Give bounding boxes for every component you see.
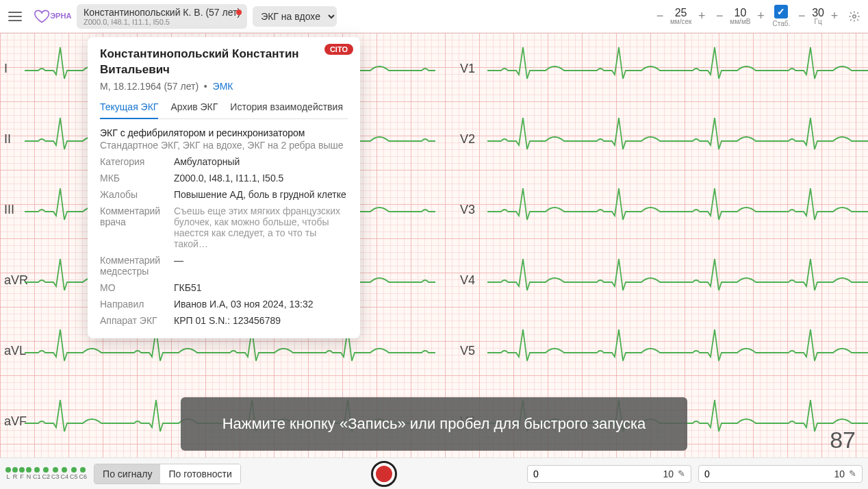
lead-label: I — [4, 61, 8, 75]
lead-label: II — [4, 131, 11, 146]
field-value: Иванов И.А, 03 ноя 2024, 13:32 — [174, 299, 313, 310]
range1-min-field[interactable] — [533, 468, 659, 479]
auto-mode-segment[interactable]: По сигналуПо готовности — [94, 464, 241, 484]
emk-link[interactable]: ЭМК — [213, 81, 233, 92]
electrode-status: LRFNC1C2C3C4C5C6 — [5, 467, 87, 480]
panel-tab[interactable]: Архив ЭКГ — [170, 101, 218, 118]
electrode-indicator: C6 — [79, 467, 88, 480]
gain-minus-icon[interactable]: − — [713, 10, 726, 23]
stabilize-toggle[interactable]: ✓ Стаб. — [772, 5, 790, 27]
range-input-1[interactable]: 10 ✎ — [527, 465, 691, 483]
field-label: Аппарат ЭКГ — [100, 315, 174, 326]
electrode-indicator: R — [12, 467, 18, 480]
electrode-indicator: N — [26, 467, 31, 480]
svg-point-1 — [853, 14, 856, 18]
electrode-indicator: C5 — [70, 467, 78, 480]
lead-label: V3 — [460, 202, 475, 216]
field-value: ГКБ51 — [174, 282, 202, 293]
electrode-indicator: C3 — [51, 467, 60, 480]
segment-option[interactable]: По сигналу — [94, 464, 160, 484]
electrode-indicator: L — [5, 467, 11, 480]
patient-icd-codes: Z000.0, I48.1, I11.1, I50.5 — [84, 18, 240, 26]
freq-plus-icon[interactable]: + — [828, 10, 841, 23]
gain-plus-icon[interactable]: + — [754, 10, 767, 23]
ecg-study-title: ЭКГ с дефибрилятором и ресинхронизатором — [100, 127, 348, 138]
ecg-mode-select[interactable]: ЭКГ на вдохе — [253, 6, 337, 27]
svg-text:ЭРНА: ЭРНА — [50, 12, 71, 20]
status-dot-icon — [236, 10, 242, 15]
freq-minus-icon[interactable]: − — [795, 10, 808, 23]
edit-icon[interactable]: ✎ — [678, 468, 685, 479]
electrode-indicator: C4 — [61, 467, 69, 480]
field-label: МО — [100, 282, 174, 293]
cito-badge: CITO — [324, 44, 353, 55]
check-icon: ✓ — [774, 5, 788, 18]
field-value: — — [174, 255, 183, 277]
speed-stepper[interactable]: − 25мм/сек + — [654, 8, 708, 25]
lead-label: aVF — [4, 414, 27, 428]
lead-label: V4 — [460, 273, 475, 287]
lead-row-V3: V3 — [434, 174, 868, 244]
lead-label: V1 — [460, 61, 475, 75]
field-label: Категория — [100, 156, 174, 167]
patient-short-name: Константинопольский К. В. (57 лет) — [84, 7, 240, 18]
speed-minus-icon[interactable]: − — [654, 10, 666, 23]
panel-tab[interactable]: Текущая ЭКГ — [100, 101, 158, 119]
panel-tab[interactable]: История взаимодействия — [230, 101, 343, 118]
lead-label: III — [4, 202, 14, 216]
patient-full-name: Константинопольский Константин Витальеви… — [100, 47, 348, 78]
field-value: КРП 01 S.N.: 123456789 — [174, 315, 281, 326]
settings-icon[interactable] — [846, 8, 863, 25]
lead-label: V5 — [460, 343, 475, 358]
record-button[interactable] — [371, 461, 397, 487]
field-label: Жалобы — [100, 189, 174, 200]
lead-row-V5: V5 — [434, 315, 868, 386]
electrode-indicator: C1 — [33, 467, 41, 480]
freq-stepper[interactable]: − 30Гц + — [795, 8, 841, 25]
range1-max-label: 10 — [663, 468, 674, 479]
field-label: Направил — [100, 299, 174, 310]
field-value: Повышение АД, боль в грудной клетке — [174, 189, 346, 200]
electrode-indicator: C2 — [42, 467, 51, 480]
patient-demographics: М, 18.12.1964 (57 лет) • ЭМК — [100, 81, 348, 92]
field-value: Съешь еще этих мягких французских булоче… — [174, 205, 348, 249]
field-label: Комментарий медсестры — [100, 255, 174, 277]
lead-label: V2 — [460, 131, 475, 146]
edit-icon[interactable]: ✎ — [849, 468, 856, 479]
range2-max-label: 10 — [834, 468, 845, 479]
range2-min-field[interactable] — [704, 468, 830, 479]
speed-plus-icon[interactable]: + — [695, 10, 708, 23]
logo: ЭРНА — [30, 5, 71, 27]
record-icon — [376, 466, 392, 482]
patient-panel: CITO Константинопольский Константин Вита… — [88, 37, 360, 338]
record-hint-toast: Нажмите кнопку «Запись» или пробел для б… — [181, 397, 687, 451]
segment-option[interactable]: По готовности — [160, 464, 240, 484]
lead-label: aVL — [4, 343, 26, 358]
range-input-2[interactable]: 10 ✎ — [698, 465, 863, 483]
lead-row-V4: V4 — [434, 244, 868, 315]
field-value: Z000.0, I48.1, I11.1, I50.5 — [174, 173, 283, 184]
menu-icon[interactable] — [5, 7, 25, 26]
lead-row-V2: V2 — [434, 103, 868, 174]
field-label: МКБ — [100, 173, 174, 184]
ecg-study-subtitle: Стандартное ЭКГ, ЭКГ на вдохе, ЭКГ на 2 … — [100, 140, 348, 151]
lead-row-V1: V1 — [434, 33, 868, 103]
heart-rate-value: 87 — [830, 427, 856, 453]
patient-chip[interactable]: Константинопольский К. В. (57 лет) Z000.… — [77, 4, 247, 29]
gain-stepper[interactable]: − 10мм/мВ + — [713, 8, 767, 25]
electrode-indicator: F — [19, 467, 25, 480]
field-value: Амбулаторный — [174, 156, 240, 167]
field-label: Комментарий врача — [100, 205, 174, 249]
